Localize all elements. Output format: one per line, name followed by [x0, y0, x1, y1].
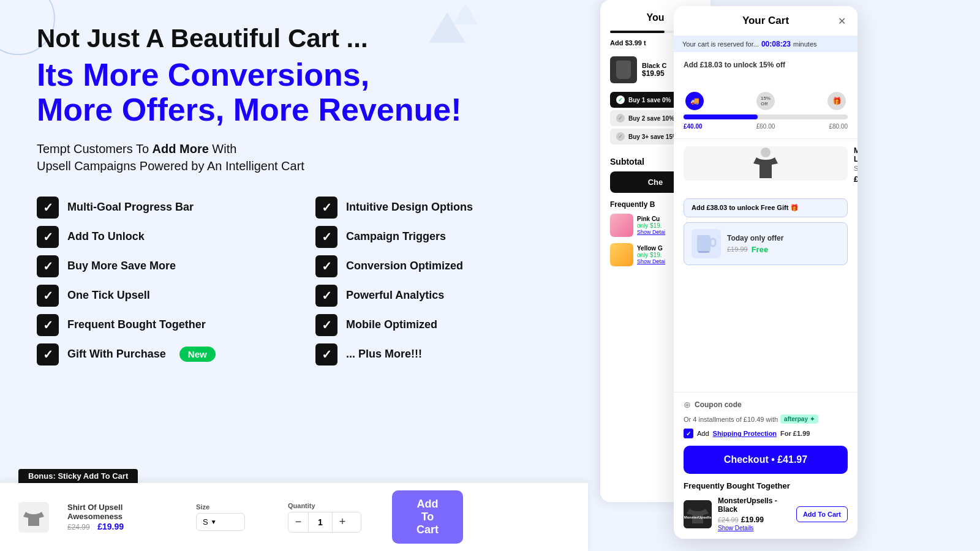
check-icon-4 [37, 285, 59, 307]
check-icon-2 [37, 226, 59, 248]
yellow-cup [610, 243, 633, 266]
coupon-icon: ⊕ [684, 400, 691, 410]
check-icon-5 [37, 314, 59, 336]
milestone-circle-shipping: 🚚 [684, 90, 706, 112]
cart-item-name-1: MonsterUpsells Logo [854, 146, 858, 163]
sticky-size-value: S [203, 517, 208, 527]
milestone-circle-15: 15%Off [755, 90, 777, 112]
afterpay-logo: afterpay ✦ [784, 416, 815, 422]
afterpay-badge: afterpay ✦ [780, 414, 818, 424]
sticky-qty-label: Quantity [288, 502, 361, 509]
feature-label-12: ... Plus More!!! [346, 348, 422, 361]
check-icon-11 [315, 314, 337, 336]
feature-item-3: Buy More Save More [37, 252, 291, 281]
close-button[interactable]: ✕ [835, 15, 848, 27]
sticky-bonus-label: Bonus: Sticky Add To Cart [18, 469, 138, 483]
check-icon-7 [315, 197, 337, 219]
offer-img [692, 229, 721, 258]
freq-new-price: £19.99 [741, 515, 764, 524]
check-icon-12 [315, 343, 337, 365]
unlock-text: Add £38.03 to unlock Free Gift 🎁 [692, 204, 799, 212]
coupon-row[interactable]: ⊕ Coupon code [684, 400, 848, 410]
freq-item-prices: £24.99 £19.99 [718, 514, 790, 525]
sticky-qty-increase[interactable]: + [333, 512, 352, 532]
cart-item-1: MonsterUpsells Logo Small £39.98 − 2 + [684, 146, 848, 184]
freq-show-details[interactable]: Show Details [718, 525, 790, 531]
cup-shape [616, 61, 631, 79]
svg-rect-1 [697, 235, 710, 252]
shipping-checkbox[interactable]: ✓ [684, 429, 693, 438]
milestone-amounts: £40.00 £60.00 £80.00 [684, 123, 848, 130]
chevron-down-icon: ▼ [211, 519, 217, 525]
headline-black: Not Just A Beautiful Cart ... [37, 24, 570, 53]
bg-product-img [610, 56, 637, 83]
bg-freq-img-1 [610, 214, 633, 237]
check-icon-1 [37, 197, 59, 219]
offer-label: Today only offer [727, 234, 840, 242]
shipping-protection-row: ✓ Add Shipping Protection For £1.99 [684, 429, 848, 438]
sticky-qty-decrease[interactable]: − [288, 512, 308, 532]
check-icon-8 [315, 226, 337, 248]
offer-mug-svg [694, 230, 718, 257]
cart-timer: 00:08:23 [761, 40, 791, 48]
feature-item-11: Mobile Optimized [315, 310, 570, 340]
svg-text:MonsterUpsells: MonsterUpsells [684, 515, 712, 519]
sticky-add-to-cart-btn[interactable]: Add To Cart [392, 490, 463, 544]
feature-item-2: Add To Unlock [37, 222, 291, 252]
reserved-banner: Your cart is reserved for... 00:08:23 mi… [674, 36, 858, 52]
feature-label-7: Intuitive Design Options [346, 201, 473, 214]
feature-label-4: One Tick Upsell [67, 289, 150, 302]
bg-freq-img-2 [610, 243, 633, 266]
sticky-size-select[interactable]: S ▼ [196, 513, 245, 531]
feature-item-8: Campaign Triggers [315, 222, 570, 252]
feature-label-6: Gift With Purchase [67, 348, 166, 361]
cart-item-variant-1: Small [854, 165, 858, 172]
milestone-icon-gift: 🎁 [826, 90, 848, 112]
milestone-bar [684, 114, 848, 119]
svg-point-0 [761, 148, 771, 157]
pink-cup [610, 214, 633, 237]
cart-panel-main: Your Cart ✕ Your cart is reserved for...… [674, 6, 858, 539]
milestone-container: 🚚 15%Off 🎁 £ [684, 75, 848, 130]
checkout-button[interactable]: Checkout • £41.97 [684, 446, 848, 474]
reserved-text: Your cart is reserved for... [682, 40, 759, 48]
check-icon-6 [37, 343, 59, 365]
check-icon-9 [315, 255, 337, 277]
shipping-add-label: Add [697, 430, 709, 437]
milestone-amount-3: £80.00 [829, 123, 848, 130]
feature-item-12: ... Plus More!!! [315, 340, 570, 369]
shipping-link[interactable]: Shipping Protection [713, 430, 777, 437]
sticky-prices: £24.99 £19.99 [67, 521, 178, 532]
milestone-amount-1: £40.00 [684, 123, 703, 130]
feature-label-11: Mobile Optimized [346, 318, 437, 331]
tiered-check-3: ✓ [616, 132, 625, 141]
freq-add-to-cart-btn[interactable]: Add To Cart [796, 506, 848, 522]
svg-rect-2 [710, 239, 715, 246]
check-icon-3 [37, 255, 59, 277]
cart-bottom: ⊕ Coupon code Or 4 installments of £10.4… [674, 392, 858, 539]
sticky-new-price: £19.99 [97, 522, 124, 531]
feature-label-9: Conversion Optimized [346, 260, 463, 272]
cart-title: Your Cart [696, 15, 835, 27]
feature-item-10: Powerful Analytics [315, 281, 570, 310]
feature-label-10: Powerful Analytics [346, 289, 444, 302]
svg-rect-3 [698, 251, 709, 253]
sticky-qty-control: − 1 + [288, 512, 361, 533]
feature-col-1: Multi-Goal Progress Bar Add To Unlock Bu… [37, 193, 291, 369]
afterpay-row: Or 4 installments of £10.49 with afterpa… [684, 414, 848, 424]
milestone-amount-2: £60.00 [756, 123, 775, 130]
freq-item-title: MonsterUpsells - Black [718, 497, 790, 514]
feature-label-1: Multi-Goal Progress Bar [67, 201, 194, 214]
feature-item-9: Conversion Optimized [315, 252, 570, 281]
sticky-product-name: Shirt Of Upsell Awesomeness [67, 503, 178, 521]
sticky-shirt-svg [20, 504, 47, 531]
offer-prices: £19.99 Free [727, 245, 840, 254]
sticky-size-label: Size [196, 503, 270, 511]
offer-info: Today only offer £19.99 Free [727, 234, 840, 254]
freq-item-details: MonsterUpsells - Black £24.99 £19.99 Sho… [718, 497, 790, 531]
feature-item-5: Frequent Bought Together [37, 310, 291, 340]
timer-suffix: minutes [793, 40, 817, 48]
feature-col-2: Intuitive Design Options Campaign Trigge… [315, 193, 570, 369]
offer-old-price: £19.99 [727, 246, 748, 253]
feature-label-8: Campaign Triggers [346, 230, 446, 243]
